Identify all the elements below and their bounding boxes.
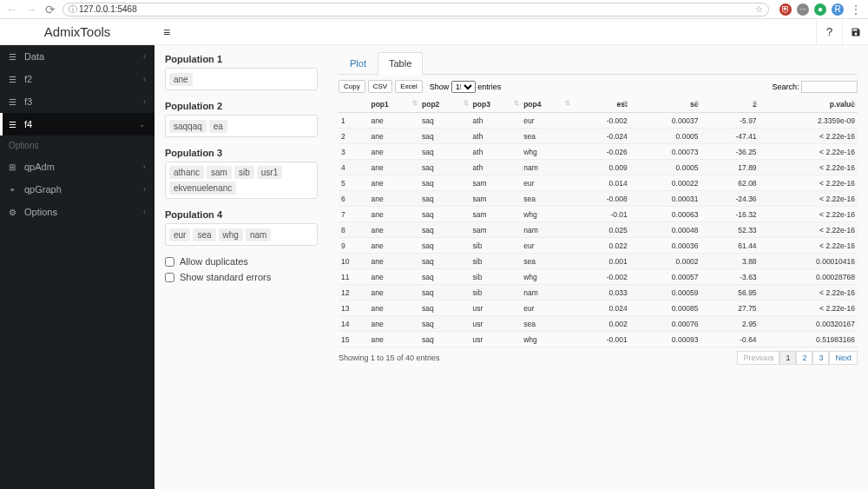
population-input[interactable]: athancsamsibusr1ekvenuelenanc xyxy=(165,162,318,199)
column-header-pop2[interactable]: pop2 xyxy=(419,96,470,113)
population-tag[interactable]: saqqaq xyxy=(169,120,207,133)
table-cell: 12 xyxy=(339,285,368,301)
browser-menu[interactable]: ⋮ xyxy=(849,3,863,17)
tool-icon: ⚙ xyxy=(9,208,24,217)
nav-back[interactable]: ← xyxy=(5,3,19,17)
ext-icon-shield[interactable]: ⛨ xyxy=(779,3,792,16)
table-cell: 0.024 xyxy=(572,301,630,316)
population-tag[interactable]: nam xyxy=(246,228,271,241)
sidebar-item-f4[interactable]: ☰f4⌄ xyxy=(0,113,155,135)
page-3[interactable]: 3 xyxy=(812,351,829,365)
population-input[interactable]: ane xyxy=(165,68,318,90)
table-cell: 0.00320167 xyxy=(760,316,858,332)
table-cell: 0.00085 xyxy=(630,301,701,316)
chevron-icon: ‹ xyxy=(143,162,146,171)
table-cell: 0.00031 xyxy=(630,191,701,207)
page-next[interactable]: Next xyxy=(829,351,858,365)
list-icon: ☰ xyxy=(9,97,24,107)
population-tag[interactable]: ane xyxy=(169,73,193,86)
save-button[interactable] xyxy=(842,19,868,45)
population-label: Population 2 xyxy=(165,101,318,111)
table-cell: 0.00063 xyxy=(630,207,701,222)
table-cell: 9 xyxy=(339,238,368,254)
star-icon[interactable]: ☆ xyxy=(755,4,763,14)
excel-button[interactable]: Excel xyxy=(395,80,423,93)
population-tag[interactable]: eur xyxy=(169,228,190,241)
table-cell: 0.033 xyxy=(572,285,630,301)
show-se-checkbox[interactable] xyxy=(165,273,174,282)
population-tag[interactable]: sib xyxy=(234,166,254,179)
population-tag[interactable]: sam xyxy=(207,166,232,179)
chevron-icon: ‹ xyxy=(143,185,146,194)
sidebar-item-f3[interactable]: ☰f3‹ xyxy=(0,90,155,113)
table-cell: 0.009 xyxy=(572,160,630,175)
table-cell: saq xyxy=(419,301,470,316)
show-entries-select[interactable]: 15 xyxy=(451,81,476,93)
column-header-p.value[interactable]: p.value xyxy=(760,96,858,113)
profile-avatar[interactable]: R xyxy=(832,3,844,16)
population-input[interactable]: eurseawhgnam xyxy=(165,223,318,246)
population-tag[interactable]: sea xyxy=(193,228,215,241)
url-bar[interactable]: ⓘ 127.0.0.1:5468 ☆ xyxy=(62,3,769,17)
table-cell: < 2.22e-16 xyxy=(760,191,858,207)
table-cell: 0.00022 xyxy=(630,175,701,191)
table-cell: ane xyxy=(368,269,419,285)
population-tag[interactable]: ekvenuelenanc xyxy=(169,182,236,195)
copy-button[interactable]: Copy xyxy=(339,80,365,93)
table-cell: -0.002 xyxy=(572,269,630,285)
column-header-pop3[interactable]: pop3 xyxy=(470,96,522,113)
ext-icon-translate[interactable]: ⋯ xyxy=(797,3,809,16)
population-tag[interactable]: usr1 xyxy=(257,166,282,179)
tabs: Plot Table xyxy=(339,52,858,75)
list-icon: ☰ xyxy=(9,75,24,84)
column-header-est[interactable]: est xyxy=(572,96,630,113)
sidebar-toggle-icon[interactable]: ≡ xyxy=(155,25,179,39)
table-cell: whg xyxy=(521,269,572,285)
table-row: 7anesaqsamwhg-0.010.00063-16.32< 2.22e-1… xyxy=(339,207,858,222)
table-cell: -36.25 xyxy=(701,144,760,160)
sidebar-item-options[interactable]: ⚙Options‹ xyxy=(0,201,155,223)
column-header-pop4[interactable]: pop4 xyxy=(521,96,572,113)
table-cell: ath xyxy=(470,113,522,129)
help-button[interactable]: ? xyxy=(816,19,842,45)
show-se-row[interactable]: Show standard errors xyxy=(165,272,318,282)
sidebar-item-qpadm[interactable]: ⊞qpAdm‹ xyxy=(0,155,155,178)
search-input[interactable] xyxy=(801,81,858,93)
table-row: 6anesaqsamsea-0.0080.00031-24.36< 2.22e-… xyxy=(339,191,858,207)
table-cell: 0.00036 xyxy=(630,238,701,254)
column-header-se[interactable]: se xyxy=(630,96,701,113)
table-cell: -5.97 xyxy=(701,113,760,129)
table-cell: saq xyxy=(419,316,470,332)
page-1[interactable]: 1 xyxy=(779,351,796,365)
population-input[interactable]: saqqaqea xyxy=(165,115,318,137)
tab-table[interactable]: Table xyxy=(378,52,423,75)
sidebar-item-qpgraph[interactable]: ⚬qpGraph‹ xyxy=(0,178,155,201)
table-cell: 11 xyxy=(339,269,368,285)
table-row: 9anesaqsibeur0.0220.0003661.44< 2.22e-16 xyxy=(339,238,858,254)
nav-forward[interactable]: → xyxy=(24,3,38,17)
tab-plot[interactable]: Plot xyxy=(339,52,378,75)
sidebar-item-label: f2 xyxy=(24,74,143,84)
population-tag[interactable]: ea xyxy=(209,120,227,133)
allow-duplicates-checkbox[interactable] xyxy=(165,257,174,267)
sidebar-item-f2[interactable]: ☰f2‹ xyxy=(0,68,155,90)
column-header-index[interactable] xyxy=(339,96,368,113)
page-previous[interactable]: Previous xyxy=(737,351,779,365)
ext-icon-green[interactable]: ● xyxy=(814,3,826,16)
table-cell: sam xyxy=(470,191,522,207)
column-header-z[interactable]: z xyxy=(701,96,760,113)
table-cell: ane xyxy=(368,285,419,301)
chevron-icon: ‹ xyxy=(143,97,146,106)
csv-button[interactable]: CSV xyxy=(368,80,392,93)
nav-reload[interactable]: ⟳ xyxy=(43,3,57,17)
population-tag[interactable]: whg xyxy=(219,228,243,241)
population-tag[interactable]: athanc xyxy=(169,166,204,179)
sidebar-item-data[interactable]: ☰Data‹ xyxy=(0,45,155,68)
table-cell: whg xyxy=(521,144,572,160)
page-2[interactable]: 2 xyxy=(796,351,812,365)
table-cell: usr xyxy=(470,316,522,332)
table-cell: 8 xyxy=(339,222,368,238)
allow-duplicates-row[interactable]: Allow duplicates xyxy=(165,256,318,267)
table-row: 13anesaqusreur0.0240.0008527.75< 2.22e-1… xyxy=(339,301,858,316)
column-header-pop1[interactable]: pop1 xyxy=(368,96,419,113)
